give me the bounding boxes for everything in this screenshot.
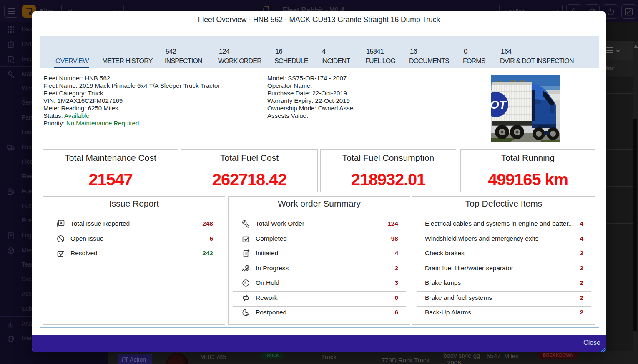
svg-text:OT: OT: [491, 98, 507, 111]
